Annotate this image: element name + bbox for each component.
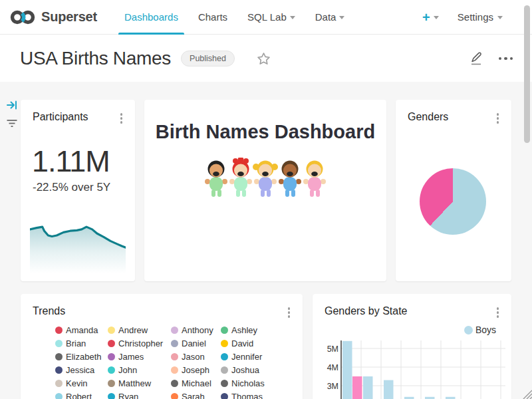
legend-dot: [464, 326, 473, 334]
big-number-subheader: -22.5% over 5Y: [33, 181, 135, 194]
kid-figure: [229, 158, 252, 197]
header-actions: [469, 35, 515, 82]
legend-item-matthew[interactable]: Matthew: [108, 379, 171, 388]
genders-card: Genders: [396, 100, 511, 281]
legend-label: Daniel: [182, 338, 206, 348]
legend-label: David: [231, 338, 253, 348]
legend-dot: [221, 393, 228, 399]
legend-item-jennifer[interactable]: Jennifer: [221, 352, 294, 361]
markdown-heading: Birth Names Dashboard: [144, 121, 386, 143]
legend-dot: [108, 353, 115, 360]
genders-pie-chart[interactable]: [420, 168, 486, 235]
nav-label: Dashboards: [124, 11, 178, 23]
resize-handle[interactable]: [521, 388, 532, 399]
legend-label: Robert: [66, 392, 92, 399]
legend-label: Jessica: [66, 365, 94, 375]
settings-menu[interactable]: Settings: [458, 11, 503, 23]
legend-item-joseph[interactable]: Joseph: [171, 366, 221, 374]
legend-dot: [55, 380, 63, 387]
legend-dot: [221, 366, 228, 374]
legend-label: Ryan: [118, 392, 138, 399]
expand-filter-bar-icon[interactable]: [6, 99, 18, 111]
legend-dot: [221, 340, 228, 347]
nav-item-sql-lab[interactable]: SQL Lab: [237, 0, 305, 35]
legend-dot: [108, 340, 115, 347]
navbar: Superset Dashboards Charts SQL Lab Data …: [0, 0, 532, 35]
brand-name: Superset: [41, 9, 97, 25]
nav-label: SQL Lab: [247, 11, 287, 23]
published-badge[interactable]: Published: [181, 51, 235, 66]
legend-item-sarah[interactable]: Sarah: [171, 392, 221, 399]
legend-item-elizabeth[interactable]: Elizabeth: [55, 352, 108, 361]
vertical-scrollbar[interactable]: [524, 5, 530, 143]
chart-title: Participants: [33, 111, 88, 123]
legend-label: Jason: [182, 352, 205, 362]
nav-item-data[interactable]: Data: [305, 0, 355, 35]
legend-label: Matthew: [118, 378, 151, 388]
legend-item-boys[interactable]: Boys: [464, 325, 496, 335]
legend-dot: [108, 366, 115, 374]
legend-item-christopher[interactable]: Christopher: [108, 339, 171, 348]
legend-dot: [171, 380, 178, 387]
nav-item-dashboards[interactable]: Dashboards: [114, 0, 188, 35]
svg-text:4M: 4M: [327, 363, 338, 372]
legend-item-anthony[interactable]: Anthony: [171, 326, 221, 334]
legend-dot: [171, 353, 178, 360]
big-number-value: 1.11M: [32, 144, 135, 179]
legend-label: Elizabeth: [66, 352, 101, 362]
kebab-menu-icon[interactable]: [285, 305, 294, 320]
favorite-star-icon[interactable]: [257, 52, 271, 66]
trends-legend: AmandaAndrewAnthonyAshleyBrianChristophe…: [55, 326, 294, 399]
legend-label: Christopher: [118, 338, 163, 348]
legend-item-thomas[interactable]: Thomas: [221, 392, 294, 399]
legend-dot: [171, 366, 178, 374]
dashboard-grid: Participants 1.11M -22.5% over 5Y Birth …: [0, 82, 532, 399]
legend-label: Brian: [66, 338, 86, 348]
legend-label: Amanda: [66, 325, 98, 335]
legend-item-kevin[interactable]: Kevin: [55, 379, 108, 388]
genders-by-state-bar-chart: 5M4M3M: [313, 336, 511, 399]
chevron-down-icon: [434, 16, 439, 19]
legend-item-amanda[interactable]: Amanda: [55, 326, 108, 334]
kebab-menu-icon[interactable]: [493, 305, 503, 320]
kid-figure: [253, 161, 278, 198]
edit-pencil-icon[interactable]: [469, 51, 483, 66]
svg-text:5M: 5M: [327, 344, 338, 354]
legend-dot: [55, 340, 63, 347]
legend-dot: [108, 380, 115, 387]
legend-label: Sarah: [182, 392, 205, 399]
legend-item-andrew[interactable]: Andrew: [108, 326, 171, 334]
legend-item-nicholas[interactable]: Nicholas: [221, 379, 294, 388]
nav-item-charts[interactable]: Charts: [188, 0, 237, 35]
legend-item-joshua[interactable]: Joshua: [221, 366, 294, 374]
legend-dot: [221, 353, 228, 360]
legend-label: Boys: [475, 325, 496, 335]
kebab-menu-icon[interactable]: [117, 111, 126, 126]
nav-label: Data: [315, 11, 336, 23]
page-title: USA Births Names: [20, 48, 171, 69]
legend-label: Ashley: [231, 325, 257, 335]
legend-item-jessica[interactable]: Jessica: [55, 366, 108, 374]
legend-item-michael[interactable]: Michael: [171, 379, 221, 388]
legend-dot: [171, 393, 178, 399]
legend-item-john[interactable]: John: [108, 366, 171, 374]
participants-trend-chart: [30, 223, 126, 273]
legend-item-james[interactable]: James: [108, 352, 171, 361]
legend-item-ashley[interactable]: Ashley: [221, 326, 294, 334]
filter-icon[interactable]: [6, 118, 18, 130]
legend-item-robert[interactable]: Robert: [55, 392, 108, 399]
more-options-icon[interactable]: [497, 55, 515, 63]
legend-item-brian[interactable]: Brian: [55, 339, 108, 348]
legend-item-david[interactable]: David: [221, 339, 294, 348]
legend-dot: [108, 327, 115, 334]
kid-figure: [303, 161, 326, 198]
legend-item-daniel[interactable]: Daniel: [171, 339, 221, 348]
superset-dashboard-screen: Superset Dashboards Charts SQL Lab Data …: [0, 0, 532, 399]
legend-item-ryan[interactable]: Ryan: [108, 392, 171, 399]
superset-logo[interactable]: Superset: [9, 9, 97, 26]
legend-label: Andrew: [118, 325, 148, 335]
kebab-menu-icon[interactable]: [493, 111, 503, 126]
legend-dot: [221, 327, 228, 334]
new-button[interactable]: +: [418, 11, 443, 24]
legend-item-jason[interactable]: Jason: [171, 352, 221, 361]
